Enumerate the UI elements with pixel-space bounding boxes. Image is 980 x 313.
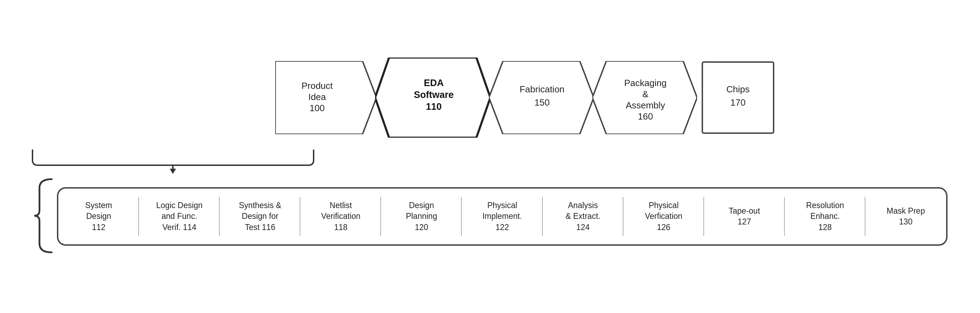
cell-netlist: Netlist Verification 118: [301, 188, 381, 244]
svg-text:EDA: EDA: [424, 78, 444, 88]
svg-text:Product: Product: [301, 81, 333, 91]
svg-text:Assembly: Assembly: [626, 100, 665, 111]
brace-connector: [0, 146, 839, 174]
cell-design-planning: Design Planning 120: [381, 188, 462, 244]
svg-text:170: 170: [730, 97, 745, 108]
cell-synthesis: Synthesis & Design for Test 116: [220, 188, 301, 244]
svg-text:Software: Software: [414, 90, 454, 100]
left-brace: [32, 177, 53, 256]
chevron-eda-software: EDA Software 110: [375, 57, 490, 139]
chevron-product-idea: Product Idea 100: [275, 61, 377, 136]
svg-text:150: 150: [535, 97, 549, 108]
cell-mask-prep: Mask Prep 130: [865, 188, 946, 244]
top-row: Product Idea 100 EDA Software 110 Fabric…: [275, 57, 775, 139]
cell-analysis: Analysis & Extract. 124: [543, 188, 624, 244]
rect-chips: Chips 170: [701, 61, 775, 136]
chevron-packaging: Packaging & Assembly 160: [592, 61, 697, 136]
cell-tape-out: Tape-out 127: [704, 188, 785, 244]
svg-text:Packaging: Packaging: [624, 78, 667, 88]
svg-text:100: 100: [309, 103, 325, 113]
cell-physical-verif: Physical Verfication 126: [624, 188, 704, 244]
svg-text:160: 160: [638, 111, 653, 122]
diagram: Product Idea 100 EDA Software 110 Fabric…: [21, 57, 959, 256]
svg-text:Chips: Chips: [727, 84, 749, 95]
cell-logic-design: Logic Design and Func. Verif. 114: [139, 188, 220, 244]
svg-text:Idea: Idea: [309, 92, 326, 102]
cell-physical-impl: Physical Implement. 122: [462, 188, 542, 244]
svg-text:110: 110: [426, 101, 441, 112]
bottom-row-container: System Design 112 Logic Design and Func.…: [32, 177, 948, 256]
cell-resolution: Resolution Enhanc. 128: [785, 188, 865, 244]
chevron-fabrication: Fabrication 150: [489, 61, 594, 136]
svg-text:&: &: [642, 89, 648, 100]
svg-marker-20: [170, 169, 176, 174]
bottom-inner-box: System Design 112 Logic Design and Func.…: [57, 187, 948, 246]
svg-text:Fabrication: Fabrication: [520, 84, 565, 95]
cell-system-design: System Design 112: [58, 188, 139, 244]
